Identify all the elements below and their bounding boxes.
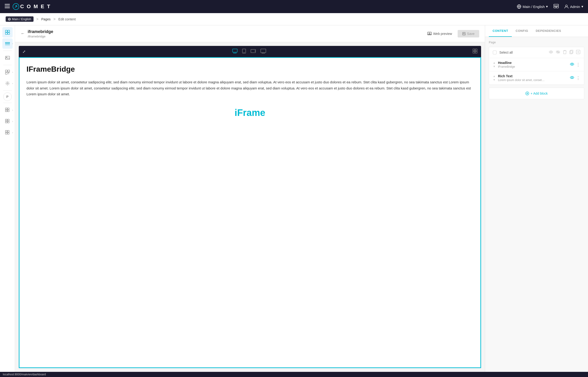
top-nav: C O M E T Main / English ▾ Admin	[0, 0, 588, 13]
delete-all-icon[interactable]	[563, 50, 567, 55]
page-title-area: ← iframebridge /iframebridge	[21, 29, 53, 38]
svg-rect-28	[8, 108, 9, 110]
svg-rect-35	[5, 130, 7, 132]
viewport-desktop-small-icon[interactable]	[232, 49, 238, 55]
hamburger-icon[interactable]	[5, 4, 10, 9]
viewport-tablet-portrait-icon[interactable]	[242, 49, 246, 55]
sidebar-item-content[interactable]: ›	[2, 38, 13, 49]
page-slug: /iframebridge	[28, 35, 53, 38]
preview-frame: IFrameBridge Lorem ipsum dolor sit amet,…	[19, 57, 481, 368]
tab-content[interactable]: CONTENT	[489, 25, 512, 37]
sidebar-item-media[interactable]	[2, 53, 13, 63]
breadcrumb-locale-label: Main / English	[12, 17, 31, 21]
svg-rect-7	[554, 4, 558, 6]
admin-menu[interactable]: Admin ▾	[564, 4, 583, 9]
block-row-headline: ▲ ▼ Headline IFrameBridge	[489, 58, 584, 71]
svg-rect-21	[5, 56, 10, 59]
row-actions	[549, 50, 580, 55]
breadcrumb-locale[interactable]: Main / English	[6, 16, 34, 22]
tab-dependencies[interactable]: DEPENDENCIES	[532, 25, 565, 37]
visibility-hide-all-icon[interactable]	[556, 50, 560, 55]
viewport-settings-icon[interactable]	[473, 49, 477, 55]
svg-rect-37	[5, 132, 7, 134]
svg-point-10	[565, 5, 567, 7]
svg-rect-0	[5, 4, 10, 5]
svg-rect-43	[463, 34, 465, 35]
svg-rect-31	[5, 119, 7, 121]
locale-selector[interactable]: Main / English ▾	[517, 4, 548, 9]
viewport-tablet-landscape-icon[interactable]	[251, 49, 256, 54]
locale-chevron: ▾	[546, 4, 548, 9]
block-more-icon-richtext[interactable]: ⋮	[576, 75, 580, 81]
save-label: Save	[467, 32, 475, 35]
copy-all-icon[interactable]	[569, 50, 573, 55]
locale-label: Main / English	[523, 5, 545, 9]
svg-rect-36	[8, 130, 9, 132]
block-order-headline[interactable]: ▲ ▼	[493, 61, 496, 68]
sidebar-item-settings[interactable]: ›	[2, 78, 13, 89]
svg-point-49	[244, 52, 244, 53]
sidebar-more-chevron: ›	[12, 131, 13, 134]
status-url: localhost:8000/main/en/dashboard	[3, 373, 46, 376]
back-button[interactable]: ←	[21, 31, 25, 36]
breadcrumb-current: Edit content	[58, 17, 76, 21]
add-block-button[interactable]: + Add block	[489, 88, 584, 99]
svg-rect-14	[5, 30, 7, 32]
blocks-container: Select all	[489, 47, 584, 85]
web-preview-button[interactable]: Web preview	[425, 30, 455, 37]
svg-rect-33	[5, 121, 7, 123]
sidebar-settings-chevron: ›	[12, 82, 13, 85]
breadcrumb-sep-1: >	[36, 17, 38, 21]
top-nav-left: C O M E T	[5, 3, 51, 10]
tab-config[interactable]: CONFIG	[512, 25, 532, 37]
block-row-actions-richtext: ⋮	[570, 75, 580, 81]
sidebar-extensions-chevron: ›	[12, 120, 13, 123]
select-all-checkbox[interactable]	[493, 51, 497, 54]
svg-rect-42	[463, 32, 464, 33]
visibility-show-all-icon[interactable]	[549, 50, 553, 55]
svg-rect-8	[554, 6, 556, 8]
block-more-icon-headline[interactable]: ⋮	[576, 62, 580, 67]
svg-rect-16	[5, 33, 7, 35]
breadcrumb-pages[interactable]: Pages	[41, 17, 51, 21]
layout-icon[interactable]	[553, 4, 559, 9]
content-area: ← iframebridge /iframebridge Web preview	[15, 25, 588, 372]
select-all-label: Select all	[499, 51, 546, 54]
svg-rect-25	[5, 72, 7, 74]
sidebar-item-p[interactable]: P	[3, 93, 12, 101]
editor-panel: ← iframebridge /iframebridge Web preview	[15, 25, 485, 372]
viewport-desktop-icon[interactable]	[261, 49, 266, 55]
svg-rect-9	[556, 6, 558, 8]
svg-rect-34	[8, 121, 9, 123]
svg-point-68	[572, 64, 573, 65]
sidebar-item-dashboard[interactable]	[2, 27, 13, 37]
sidebar-item-more[interactable]: ›	[2, 127, 13, 138]
block-visibility-icon-richtext[interactable]	[570, 76, 574, 80]
sidebar-item-extensions[interactable]: ›	[2, 116, 13, 127]
block-info-richtext: Rich Text Lorem ipsum dolor sit amet, co…	[498, 74, 568, 82]
svg-rect-20	[5, 45, 10, 46]
web-preview-label: Web preview	[433, 32, 452, 35]
svg-rect-44	[233, 49, 237, 52]
svg-rect-15	[8, 30, 10, 32]
expand-icon[interactable]: ⤢	[23, 49, 25, 54]
save-button[interactable]: Save	[458, 30, 479, 37]
add-all-icon[interactable]	[576, 50, 580, 55]
right-panel-body: Page Select all	[485, 37, 588, 372]
svg-rect-2	[5, 8, 10, 8]
svg-rect-23	[5, 70, 7, 72]
svg-point-40	[429, 33, 430, 34]
main-layout: › › ›	[0, 25, 588, 372]
svg-rect-59	[475, 51, 477, 53]
block-name-richtext: Rich Text	[498, 74, 568, 78]
section-label: Page	[489, 41, 584, 44]
breadcrumb-bar: Main / English > Pages > Edit content	[0, 13, 588, 25]
logo-text: C O M E T	[20, 3, 51, 10]
sidebar-item-components[interactable]: ›	[2, 67, 13, 77]
sidebar-item-blocks[interactable]: ›	[2, 105, 13, 115]
block-visibility-icon-headline[interactable]	[570, 62, 574, 67]
svg-point-60	[550, 51, 552, 53]
viewport-bar: ⤢	[19, 46, 481, 57]
sidebar-content-chevron: ›	[12, 42, 13, 45]
block-order-richtext[interactable]: ▲ ▼	[493, 74, 496, 82]
